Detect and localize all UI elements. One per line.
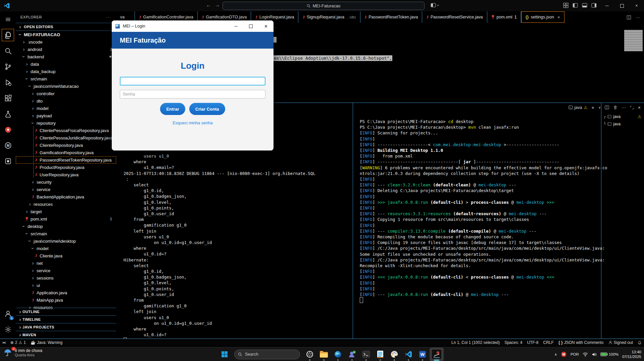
- volume-icon[interactable]: [592, 352, 597, 357]
- tray-m-app-icon[interactable]: M: [561, 351, 567, 357]
- extensions-icon[interactable]: [0, 90, 16, 106]
- dialog-minimize-button[interactable]: [228, 20, 243, 32]
- file-backendapplication-java[interactable]: JBackendApplication.java: [16, 193, 116, 200]
- account-icon[interactable]: 1: [0, 306, 16, 321]
- remote-indicator[interactable]: ><: [0, 341, 8, 345]
- editor-more-actions-icon[interactable]: ···: [636, 15, 640, 20]
- folder--vscode[interactable]: ›.vscode: [16, 38, 116, 46]
- folder-security[interactable]: ›security: [16, 178, 116, 186]
- window-minimize-button[interactable]: [600, 0, 614, 11]
- tray-chevron-icon[interactable]: ∧: [554, 352, 557, 357]
- toggle-panel-icon[interactable]: [582, 3, 587, 8]
- explorer-more-actions-icon[interactable]: ···: [106, 15, 111, 19]
- file-pom-xml[interactable]: pom.xml1: [16, 215, 116, 223]
- eol-sequence[interactable]: CRLF: [541, 340, 556, 345]
- dialog-titlebar[interactable]: MEI – Login ✕: [112, 20, 274, 32]
- wifi-icon[interactable]: [583, 352, 588, 357]
- folder-data[interactable]: ›data: [16, 60, 116, 68]
- menu-icon[interactable]: [0, 11, 16, 27]
- file-cliente-java[interactable]: JCliente.java: [16, 252, 116, 259]
- file-gamificationrepository-java[interactable]: JGamificationRepository.java: [16, 149, 116, 156]
- forgot-password-link[interactable]: Esqueci minha senha: [112, 121, 274, 125]
- tab-settings-json[interactable]: {}settings.json×: [521, 11, 564, 23]
- folder-java-com-mei-desktop[interactable]: ›java\com\mei\desktop: [16, 237, 116, 245]
- password-field[interactable]: [120, 90, 265, 99]
- section-outline[interactable]: ›OUTLINE: [16, 308, 116, 315]
- layout-dropdown-icon[interactable]: [431, 3, 439, 8]
- cursor-position[interactable]: Ln 1, Col 1 (1002 selected): [449, 340, 502, 345]
- test-beaker-icon[interactable]: [0, 106, 16, 122]
- section-maven[interactable]: ›MAVEN: [16, 331, 116, 339]
- tab-passwordresettoken-java[interactable]: JPasswordResetToken.java: [360, 11, 423, 23]
- folder-sessions[interactable]: ›sessions: [16, 274, 116, 282]
- battery-status[interactable]: 100%: [600, 352, 618, 356]
- notifications-bell-icon[interactable]: [635, 341, 644, 345]
- file-clientepessoafisicarepository-java[interactable]: JClientePessoaFisicaRepository.java: [16, 127, 116, 134]
- taskbar-app-edge[interactable]: [331, 348, 345, 361]
- folder-android[interactable]: ›android2: [16, 46, 116, 53]
- section-java-projects[interactable]: ›JAVA PROJECTS: [16, 323, 116, 331]
- login-button[interactable]: Entrar: [160, 103, 185, 115]
- file-application-java[interactable]: JApplication.java: [16, 289, 116, 296]
- file-clientepessoajuridicarepository-java[interactable]: JClientePessoaJuridicaRepository.java: [16, 134, 116, 141]
- indentation[interactable]: Spaces: 4: [502, 340, 525, 345]
- folder-mei-faturacao[interactable]: ›MEI-FATURACAO: [16, 31, 116, 38]
- encoding[interactable]: UTF-8: [525, 340, 541, 345]
- folder-dto[interactable]: ›dto: [16, 97, 116, 105]
- java-status[interactable]: ☕ Java: Warning: [28, 340, 65, 345]
- split-editor-icon[interactable]: [627, 15, 631, 20]
- dialog-close-button[interactable]: ✕: [258, 20, 274, 32]
- split-terminal-icon[interactable]: [605, 105, 609, 110]
- terminal-list-item-java[interactable]: └ java: [601, 120, 644, 128]
- folder-src-main[interactable]: ›src\main: [16, 75, 116, 82]
- tab-signuprequest-java[interactable]: JSignupRequest.java...\dto: [298, 11, 360, 23]
- folder-payload[interactable]: ›payload: [16, 112, 116, 119]
- new-terminal-button[interactable]: +: [591, 105, 594, 110]
- taskbar-search-box[interactable]: Search: [234, 350, 300, 359]
- toggle-sidebar-icon[interactable]: [573, 3, 578, 8]
- taskbar-clock[interactable]: 13:40 07/11/2025: [622, 350, 641, 359]
- folder-data-backup[interactable]: ›data_backup: [16, 68, 116, 75]
- panel-more-actions-icon[interactable]: ···: [622, 105, 626, 110]
- folder-open-editors[interactable]: ›OPEN EDITORS: [16, 23, 116, 31]
- terminal-profile[interactable]: java ⚠: [568, 105, 588, 110]
- tab-passwordresetservice-java[interactable]: JPasswordResetService.java: [422, 11, 487, 23]
- terminal-profile-dropdown-icon[interactable]: ∨: [598, 106, 601, 109]
- taskbar-app-teams[interactable]: [345, 348, 359, 361]
- window-close-button[interactable]: ×: [629, 0, 644, 11]
- m-extension-icon[interactable]: M: [0, 137, 16, 153]
- tab-close-icon[interactable]: ×: [557, 15, 560, 20]
- folder-target[interactable]: ›target: [16, 208, 116, 215]
- taskbar-app-javafx-app[interactable]: [430, 348, 444, 361]
- taskbar-app-vscode[interactable]: [401, 348, 415, 361]
- file-passwordresettokenrepository-java[interactable]: JPasswordResetTokenRepository.java: [16, 156, 116, 164]
- taskbar-app-terminal[interactable]: [359, 348, 373, 361]
- taskbar-app-chatgpt[interactable]: [303, 348, 317, 361]
- folder-src-main[interactable]: ›src\main: [16, 230, 116, 237]
- search-command-center[interactable]: MEI-Faturacao: [222, 2, 425, 10]
- toggle-secondary-sidebar-icon[interactable]: [591, 3, 597, 8]
- terminal-pane-maven[interactable]: PS C:\Java projects\MEI-Faturacao> cd de…: [353, 103, 644, 339]
- folder-backend[interactable]: ›backend: [16, 53, 116, 60]
- dialog-maximize-button[interactable]: [243, 20, 258, 32]
- folder-resources[interactable]: ›resources: [16, 200, 116, 208]
- input-language[interactable]: POR: [571, 352, 579, 356]
- account-status[interactable]: Signed out: [606, 340, 635, 345]
- explorer-icon[interactable]: [0, 27, 16, 43]
- minimap[interactable]: [624, 30, 643, 51]
- folder-controller[interactable]: ›controller: [16, 90, 116, 97]
- maximize-panel-icon[interactable]: [630, 106, 634, 110]
- username-field[interactable]: [120, 77, 265, 85]
- red-extension-icon[interactable]: [0, 122, 16, 137]
- file-clienterepository-java[interactable]: JClienteRepository.java: [16, 141, 116, 149]
- run-debug-icon[interactable]: [0, 74, 16, 90]
- taskbar-app-word[interactable]: W: [415, 348, 430, 361]
- nav-forward-icon[interactable]: →: [215, 2, 220, 8]
- file-userrepository-java[interactable]: JUserRepository.java: [16, 171, 116, 178]
- file-mainapp-java[interactable]: JMainApp.java: [16, 296, 116, 304]
- source-control-icon[interactable]: [0, 59, 16, 74]
- folder-java-com-mei-faturacao[interactable]: ›java\com\mei\faturacao: [16, 82, 116, 90]
- kill-terminal-icon[interactable]: [613, 105, 617, 110]
- window-maximize-button[interactable]: [614, 0, 629, 11]
- signup-button[interactable]: Criar Conta: [189, 103, 225, 115]
